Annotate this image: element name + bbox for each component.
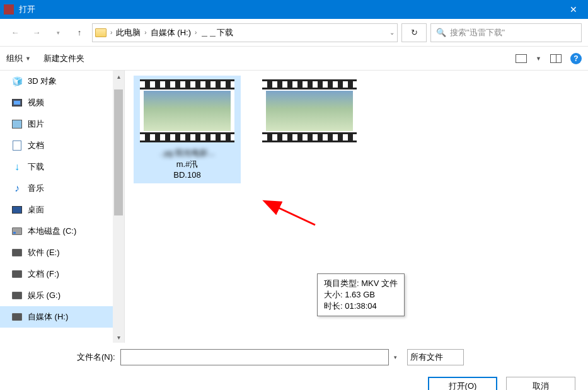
scroll-up-icon[interactable]: ▴ xyxy=(113,71,124,82)
sidebar-item-label: 下载 xyxy=(28,161,44,173)
crumb-sep-icon: › xyxy=(110,29,112,36)
scroll-down-icon[interactable]: ▾ xyxy=(113,331,124,343)
sidebar[interactable]: 🧊3D 对象 视频 图片 文档 ↓下载 ♪音乐 桌面 本地磁盘 (C:) 软件 … xyxy=(0,71,125,343)
nav-forward-button: → xyxy=(28,24,45,42)
toolbar: 组织 ▼ 新建文件夹 ▼ ? xyxy=(0,47,588,71)
breadcrumb[interactable]: 自媒体 (H:) xyxy=(151,27,191,38)
refresh-icon: ↻ xyxy=(411,28,418,37)
new-folder-button[interactable]: 新建文件夹 xyxy=(43,53,84,64)
open-button[interactable]: 打开(O) xyxy=(428,377,497,390)
sidebar-item-downloads[interactable]: ↓下载 xyxy=(0,156,124,178)
chevron-down-icon: ▼ xyxy=(25,55,31,62)
sidebar-item-label: 音乐 xyxy=(28,183,44,194)
sidebar-item-label: 视频 xyxy=(28,97,44,108)
preview-pane-button[interactable] xyxy=(550,54,562,63)
bottom-bar: 文件名(N): ▾ 所有文件 打开(O) 取消 xyxy=(0,343,588,390)
sidebar-item-label: 桌面 xyxy=(28,204,44,215)
sidebar-item-disk-c[interactable]: 本地磁盘 (C:) xyxy=(0,221,124,242)
sidebar-item-label: 自媒体 (H:) xyxy=(28,311,68,323)
scrollbar-thumb[interactable] xyxy=(114,89,123,215)
svg-line-1 xyxy=(276,207,315,225)
sidebar-item-label: 娱乐 (G:) xyxy=(28,290,61,301)
breadcrumb[interactable]: 此电脑 xyxy=(116,27,141,38)
video-icon xyxy=(11,97,23,108)
chevron-down-icon[interactable]: ▾ xyxy=(394,354,397,360)
filename-row: 文件名(N): ▾ 所有文件 xyxy=(9,349,579,365)
cancel-label: 取消 xyxy=(533,381,549,390)
window-title: 打开 xyxy=(19,4,559,15)
disk-icon xyxy=(11,311,23,323)
sidebar-scrollbar[interactable]: ▴ ▾ xyxy=(113,71,124,343)
tooltip-duration: 时长: 01:38:04 xyxy=(324,301,398,312)
disk-icon xyxy=(11,226,23,237)
crumb-sep-icon: › xyxy=(195,29,197,36)
filetype-combo[interactable]: 所有文件 xyxy=(407,349,464,365)
sidebar-item-documents[interactable]: 文档 xyxy=(0,135,124,156)
download-icon: ↓ xyxy=(11,161,23,173)
sidebar-item-label: 本地磁盘 (C:) xyxy=(28,226,76,237)
tooltip-type: 项目类型: MKV 文件 xyxy=(324,278,398,289)
nav-up-button[interactable]: ↑ xyxy=(71,24,88,42)
video-thumbnail xyxy=(262,79,357,142)
sidebar-item-disk-f[interactable]: 文档 (F:) xyxy=(0,263,124,285)
view-mode-button[interactable] xyxy=(516,54,527,63)
button-row: 打开(O) 取消 xyxy=(9,377,579,390)
title-bar: 打开 ✕ xyxy=(0,0,588,19)
sidebar-item-music[interactable]: ♪音乐 xyxy=(0,178,124,199)
chevron-down-icon[interactable]: ▼ xyxy=(536,55,541,62)
cancel-button[interactable]: 取消 xyxy=(506,377,575,390)
crumb-sep-icon: › xyxy=(144,29,146,36)
sidebar-item-label: 文档 (F:) xyxy=(28,268,59,280)
sidebar-item-disk-e[interactable]: 软件 (E:) xyxy=(0,242,124,263)
address-box[interactable]: › 此电脑 › 自媒体 (H:) › ＿＿下载 ⌄ xyxy=(92,23,398,42)
file-tooltip: 项目类型: MKV 文件 大小: 1.63 GB 时长: 01:38:04 xyxy=(317,273,405,316)
filename-label: 文件名(N): xyxy=(77,352,115,363)
tooltip-size: 大小: 1.63 GB xyxy=(324,289,398,301)
sidebar-item-label: 文档 xyxy=(28,140,44,151)
video-thumbnail xyxy=(140,79,234,142)
refresh-button[interactable]: ↻ xyxy=(401,23,427,42)
search-input[interactable]: 🔍 搜索"迅雷下载" xyxy=(430,23,582,42)
sidebar-item-disk-h[interactable]: 自媒体 (H:) xyxy=(0,306,124,328)
sidebar-item-pictures[interactable]: 图片 xyxy=(0,113,124,135)
help-button[interactable]: ? xyxy=(570,53,582,64)
desktop-icon xyxy=(11,204,23,215)
disk-icon xyxy=(11,268,23,280)
open-label: 打开(O) xyxy=(449,381,477,390)
file-item[interactable]: ..yg 阳光电影... m.#汛 BD.108 xyxy=(134,76,241,183)
music-icon: ♪ xyxy=(11,183,23,194)
breadcrumb[interactable]: ＿＿下载 xyxy=(200,27,233,38)
help-icon: ? xyxy=(574,54,578,63)
address-bar: ← → ▾ ↑ › 此电脑 › 自媒体 (H:) › ＿＿下载 ⌄ ↻ 🔍 搜索… xyxy=(0,19,588,47)
sidebar-item-label: 图片 xyxy=(28,118,44,130)
app-icon xyxy=(4,4,14,14)
nav-back-button[interactable]: ← xyxy=(6,24,24,42)
organize-label: 组织 xyxy=(6,53,23,64)
folder-icon xyxy=(95,28,107,37)
nav-recent-button[interactable]: ▾ xyxy=(49,24,67,42)
annotation-arrow xyxy=(271,203,321,230)
chevron-down-icon[interactable]: ⌄ xyxy=(389,29,395,36)
file-item[interactable] xyxy=(256,79,363,147)
sidebar-item-3d[interactable]: 🧊3D 对象 xyxy=(0,71,124,92)
search-icon: 🔍 xyxy=(436,28,446,37)
file-name: ..yg 阳光电影... m.#汛 BD.108 xyxy=(137,147,238,180)
filetype-label: 所有文件 xyxy=(410,352,443,363)
cube-icon: 🧊 xyxy=(11,76,23,87)
sidebar-item-disk-g[interactable]: 娱乐 (G:) xyxy=(0,285,124,306)
newfolder-label: 新建文件夹 xyxy=(43,53,84,64)
disk-icon xyxy=(11,290,23,301)
filename-input[interactable] xyxy=(120,349,389,365)
organize-button[interactable]: 组织 ▼ xyxy=(6,53,31,64)
sidebar-item-video[interactable]: 视频 xyxy=(0,92,124,113)
disk-icon xyxy=(11,247,23,258)
file-pane[interactable]: ..yg 阳光电影... m.#汛 BD.108 项目类型: MKV 文件 大小… xyxy=(125,71,588,343)
sidebar-item-label: 软件 (E:) xyxy=(28,247,60,258)
picture-icon xyxy=(11,118,23,130)
sidebar-item-label: 3D 对象 xyxy=(28,76,57,87)
sidebar-item-desktop[interactable]: 桌面 xyxy=(0,199,124,221)
search-placeholder: 搜索"迅雷下载" xyxy=(450,27,505,38)
close-button[interactable]: ✕ xyxy=(559,0,588,19)
document-icon xyxy=(11,140,23,151)
